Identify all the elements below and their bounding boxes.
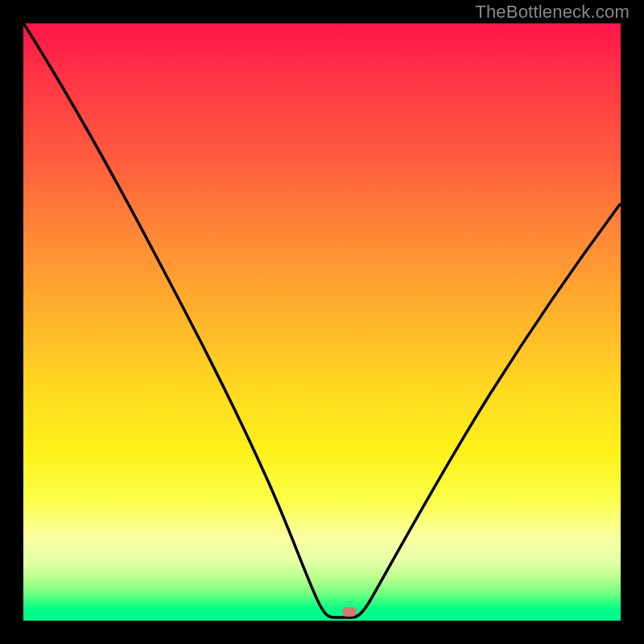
bottleneck-curve-path <box>24 24 620 617</box>
optimal-marker-icon <box>342 607 357 617</box>
curve-svg <box>23 23 621 621</box>
plot-area <box>23 23 621 621</box>
chart-frame: TheBottleneck.com <box>0 0 644 644</box>
watermark-text: TheBottleneck.com <box>475 2 630 23</box>
